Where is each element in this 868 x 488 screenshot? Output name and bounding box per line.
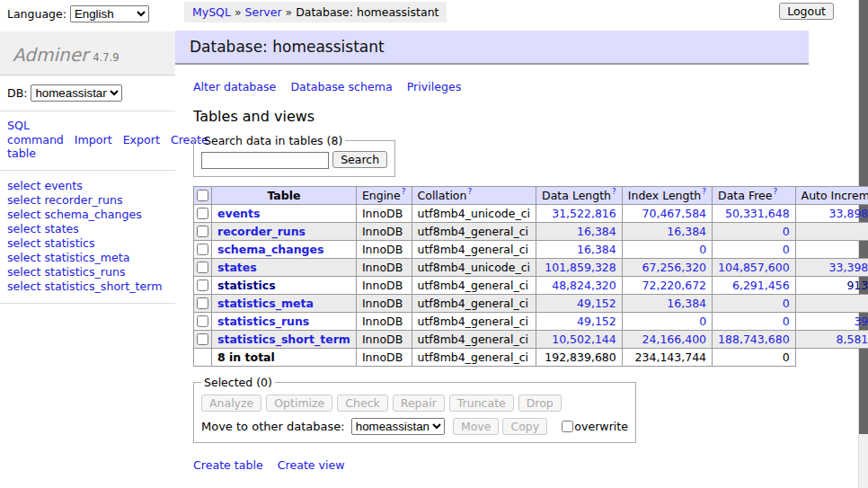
- bulk-actions-row: AnalyzeOptimizeCheckRepairTruncateDrop: [201, 395, 628, 412]
- value-link[interactable]: 24,166,400: [628, 333, 706, 346]
- sidebar-table-link[interactable]: select states: [7, 222, 168, 236]
- cell-data-free: 0: [713, 294, 796, 312]
- column-help-icon[interactable]: ?: [467, 187, 472, 196]
- value-link[interactable]: 8,581,645: [802, 333, 868, 346]
- overwrite-checkbox[interactable]: [562, 421, 573, 432]
- value-link[interactable]: 913,577: [802, 279, 868, 292]
- value-link[interactable]: 72,220,672: [628, 279, 706, 292]
- value-link[interactable]: 0: [718, 315, 790, 328]
- move-db-select[interactable]: homeassistant: [351, 418, 445, 435]
- table-name-link[interactable]: states: [217, 261, 257, 274]
- row-checkbox[interactable]: [197, 333, 208, 345]
- adminer-logo-text: Adminer: [13, 44, 88, 66]
- value-link[interactable]: 0: [718, 225, 790, 238]
- value-link[interactable]: 0: [718, 243, 790, 256]
- bulk-truncate-button[interactable]: Truncate: [449, 395, 514, 412]
- row-checkbox[interactable]: [197, 315, 208, 327]
- table-header: TableEngine?Collation?Data Length?Index …: [194, 186, 868, 204]
- column-help-icon[interactable]: ?: [702, 187, 706, 196]
- cell-data-free: 0: [713, 312, 796, 330]
- copy-button[interactable]: Copy: [502, 418, 547, 435]
- cell-auto-increment: 325: [795, 294, 868, 312]
- value-link[interactable]: 33,398,984: [802, 261, 868, 274]
- bulk-check-button[interactable]: Check: [337, 395, 387, 412]
- db-nav-link[interactable]: Database schema: [290, 80, 392, 93]
- sidebar-table-link[interactable]: select statistics_short_term: [7, 279, 168, 294]
- table-name-link[interactable]: events: [217, 207, 260, 220]
- table-name-link[interactable]: statistics: [217, 279, 276, 292]
- column-help-icon[interactable]: ?: [612, 187, 616, 196]
- row-checkbox[interactable]: [197, 226, 208, 237]
- value-link[interactable]: 16,384: [628, 225, 706, 238]
- table-name-link[interactable]: statistics_short_term: [217, 333, 350, 346]
- table-name-link[interactable]: recorder_runs: [217, 225, 306, 238]
- engine-cell: InnoDB: [356, 258, 412, 276]
- value-link[interactable]: 49,152: [542, 297, 616, 310]
- sidebar-table-link[interactable]: select events: [7, 179, 168, 193]
- search-button[interactable]: Search: [332, 151, 387, 168]
- breadcrumb-item[interactable]: MySQL: [192, 5, 231, 19]
- value-link[interactable]: 67,256,320: [628, 261, 706, 274]
- row-checkbox[interactable]: [197, 262, 208, 273]
- value-link[interactable]: 10,502,144: [542, 333, 616, 346]
- sidebar-action-link[interactable]: SQL command: [7, 119, 64, 146]
- value-link[interactable]: 33,898,196: [802, 207, 868, 220]
- logout-button[interactable]: Logout: [779, 3, 834, 20]
- value-link[interactable]: 70,467,584: [628, 207, 706, 220]
- bulk-analyze-button[interactable]: Analyze: [201, 395, 261, 412]
- value-link[interactable]: 6: [802, 243, 868, 256]
- sidebar-table-link[interactable]: select statistics: [7, 236, 168, 251]
- db-nav-link[interactable]: Privileges: [407, 80, 462, 93]
- value-link[interactable]: 50,331,648: [718, 207, 790, 220]
- sidebar-table-link[interactable]: select recorder_runs: [7, 193, 168, 208]
- sidebar-table-link[interactable]: select statistics_runs: [7, 265, 168, 279]
- value-link[interactable]: 0: [628, 243, 706, 256]
- table-name-link[interactable]: schema_changes: [217, 243, 323, 256]
- cell-index-length: 16,384: [622, 294, 712, 312]
- value-link[interactable]: 6,291,456: [718, 279, 790, 292]
- tables-list-table: TableEngine?Collation?Data Length?Index …: [193, 186, 868, 367]
- value-link[interactable]: 378: [802, 225, 868, 238]
- value-link[interactable]: 104,857,600: [718, 261, 790, 274]
- db-nav-link[interactable]: Alter database: [193, 80, 276, 93]
- table-name-link[interactable]: statistics_meta: [217, 297, 314, 310]
- value-link[interactable]: 0: [628, 315, 706, 328]
- breadcrumb-item[interactable]: Server: [245, 5, 282, 19]
- move-button[interactable]: Move: [453, 418, 500, 435]
- value-link[interactable]: 0: [718, 297, 790, 310]
- value-link[interactable]: 31,522,816: [542, 207, 616, 220]
- table-name-cell: schema_changes: [212, 240, 357, 258]
- value-link[interactable]: 101,859,328: [542, 261, 616, 274]
- column-help-icon[interactable]: ?: [773, 187, 777, 196]
- value-link[interactable]: 16,384: [542, 225, 616, 238]
- value-link[interactable]: 39,999: [802, 315, 868, 328]
- value-link[interactable]: 16,384: [542, 243, 616, 256]
- adminer-version: 4.7.9: [93, 51, 119, 64]
- search-input[interactable]: [201, 152, 329, 169]
- sidebar-table-link[interactable]: select schema_changes: [7, 208, 168, 222]
- value-link[interactable]: 188,743,680: [718, 333, 790, 346]
- language-select[interactable]: English: [70, 5, 149, 22]
- value-link[interactable]: 49,152: [542, 315, 616, 328]
- create-link[interactable]: Create table: [193, 458, 263, 472]
- sidebar-action-link[interactable]: Export: [123, 133, 160, 146]
- column-help-icon[interactable]: ?: [402, 187, 406, 196]
- create-link[interactable]: Create view: [278, 458, 345, 472]
- value-link[interactable]: 48,824,320: [542, 279, 616, 292]
- value-link[interactable]: 16,384: [628, 297, 706, 310]
- sidebar-action-link[interactable]: Import: [75, 133, 112, 146]
- sidebar-table-link[interactable]: select statistics_meta: [7, 251, 168, 265]
- engine-cell: InnoDB: [356, 204, 412, 222]
- db-select[interactable]: homeassistant: [31, 84, 122, 102]
- table-name-link[interactable]: statistics_runs: [217, 315, 309, 328]
- select-all-checkbox[interactable]: [197, 190, 208, 201]
- row-checkbox[interactable]: [197, 279, 208, 291]
- row-checkbox[interactable]: [197, 208, 208, 219]
- bulk-drop-button[interactable]: Drop: [518, 395, 562, 412]
- row-checkbox[interactable]: [197, 297, 208, 309]
- bulk-optimize-button[interactable]: Optimize: [266, 395, 332, 412]
- bulk-repair-button[interactable]: Repair: [393, 395, 445, 412]
- column-header-data-free: Data Free?: [713, 186, 796, 204]
- row-checkbox[interactable]: [197, 244, 208, 255]
- value-link[interactable]: 325: [802, 297, 868, 310]
